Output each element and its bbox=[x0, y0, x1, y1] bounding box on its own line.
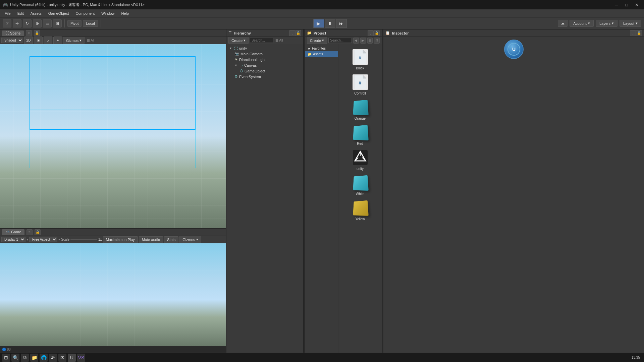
pause-button[interactable]: ⏸ bbox=[325, 19, 335, 28]
taskbar-search-button[interactable]: 🔍 bbox=[11, 354, 19, 362]
svg-marker-3 bbox=[363, 75, 366, 78]
aspect-select[interactable]: Free Aspect bbox=[29, 237, 57, 242]
light-icon: ☀ bbox=[234, 57, 238, 62]
mute-audio-button[interactable]: Mute audio bbox=[139, 236, 163, 243]
scene-fx-button[interactable]: ✦ bbox=[53, 37, 62, 45]
taskbar-store-button[interactable]: 🛍 bbox=[49, 354, 57, 362]
project-lock-button[interactable]: 🔒 bbox=[374, 30, 380, 36]
step-button[interactable]: ⏭ bbox=[336, 19, 347, 28]
scene-panel-lock-button[interactable]: 🔒 bbox=[34, 30, 40, 36]
inspector-header: 📋 Inspector ⋮ 🔒 bbox=[383, 29, 644, 37]
scene-background bbox=[0, 44, 226, 228]
taskbar-taskview-button[interactable]: ⧉ bbox=[21, 354, 29, 362]
shaded-select[interactable]: Shaded bbox=[1, 38, 23, 43]
scale-slider[interactable] bbox=[70, 239, 97, 240]
canvas-icon: ▭ bbox=[239, 63, 243, 67]
project-nav-back-button[interactable]: ◀ bbox=[353, 38, 359, 44]
menu-window[interactable]: Window bbox=[98, 11, 118, 16]
hierarchy-panel: ☰ Hierarchy ⋮ 🔒 Create ▾ ☰ All ▼ bbox=[226, 29, 304, 353]
layers-arrow-icon: ▾ bbox=[612, 21, 614, 25]
project-assets-folder[interactable]: 📁 Assets bbox=[305, 51, 338, 57]
taskbar-vs-button[interactable]: VS bbox=[77, 354, 85, 362]
scene-light-button[interactable]: ☀ bbox=[34, 37, 43, 45]
taskbar-explorer-button[interactable]: 📁 bbox=[30, 354, 38, 362]
minimize-button[interactable]: ─ bbox=[612, 1, 621, 8]
local-button[interactable]: Local bbox=[83, 20, 98, 27]
rotate-tool-button[interactable]: ↻ bbox=[23, 19, 32, 27]
hierarchy-item-main-camera[interactable]: 📷 Main Camera bbox=[226, 51, 303, 57]
hierarchy-item-unity[interactable]: ▼ ⛶ unity bbox=[226, 46, 303, 51]
menu-edit[interactable]: Edit bbox=[14, 11, 27, 16]
game-panel-menu-button[interactable]: ≡ bbox=[26, 229, 33, 235]
hierarchy-item-main-camera-label: Main Camera bbox=[240, 52, 263, 56]
project-settings-button[interactable]: ⚙ bbox=[374, 38, 380, 44]
scene-panel-menu-button[interactable]: ≡ bbox=[26, 30, 32, 36]
project-nav-forward-button[interactable]: ▶ bbox=[360, 38, 366, 44]
layout-button[interactable]: Layout ▾ bbox=[620, 20, 641, 27]
taskbar-mail-button[interactable]: ✉ bbox=[58, 354, 66, 362]
asset-yellow[interactable]: Yellow bbox=[347, 198, 373, 222]
hierarchy-item-directional-light[interactable]: ☀ Directional Light bbox=[226, 57, 303, 62]
layers-button[interactable]: Layers ▾ bbox=[596, 20, 618, 27]
maximize-button[interactable]: □ bbox=[622, 1, 631, 8]
menu-file[interactable]: File bbox=[1, 11, 14, 16]
hierarchy-item-canvas[interactable]: ▼ ▭ Canvas bbox=[226, 62, 303, 68]
rect-tool-button[interactable]: ▭ bbox=[43, 19, 52, 27]
scene-audio-button[interactable]: ♪ bbox=[44, 37, 52, 45]
scale-tool-button[interactable]: ⊕ bbox=[33, 19, 42, 27]
project-assets-grid: # Block bbox=[338, 44, 382, 353]
asset-controll[interactable]: # Controll bbox=[347, 72, 373, 97]
close-button[interactable]: ✕ bbox=[632, 1, 641, 8]
stats-button[interactable]: Stats bbox=[164, 236, 178, 243]
hierarchy-lock-button[interactable]: 🔒 bbox=[295, 30, 301, 36]
svg-marker-1 bbox=[363, 50, 366, 53]
2d-button[interactable]: 2D bbox=[24, 37, 33, 45]
gizmos-button[interactable]: Gizmos ▾ bbox=[63, 37, 85, 44]
transform-tool-button[interactable]: ⊞ bbox=[53, 19, 62, 27]
hand-tool-button[interactable]: ☞ bbox=[3, 19, 11, 27]
asset-block[interactable]: # Block bbox=[347, 47, 373, 71]
asset-unity[interactable]: unity bbox=[347, 147, 373, 172]
unity-asset-label: unity bbox=[357, 167, 364, 171]
display-select[interactable]: Display 1 bbox=[1, 237, 25, 242]
inspector-menu-button[interactable]: ⋮ bbox=[630, 30, 636, 36]
hierarchy-item-eventsystem[interactable]: ⚙ EventSystem bbox=[226, 74, 303, 79]
menu-gameobject[interactable]: GameObject bbox=[45, 11, 72, 16]
scene-tab[interactable]: ⛶ Scene bbox=[2, 31, 24, 36]
hierarchy-search-input[interactable] bbox=[250, 38, 273, 43]
pivot-button[interactable]: Pivot bbox=[67, 20, 82, 27]
account-button[interactable]: Account ▾ bbox=[570, 20, 594, 27]
scene-viewport[interactable] bbox=[0, 44, 226, 228]
menu-help[interactable]: Help bbox=[118, 11, 132, 16]
project-menu-button[interactable]: ⋮ bbox=[368, 30, 374, 36]
move-tool-button[interactable]: ✛ bbox=[13, 19, 21, 27]
asset-red[interactable]: Red bbox=[347, 122, 373, 147]
maximize-on-play-button[interactable]: Maximize on Play bbox=[103, 236, 138, 243]
project-view-button[interactable]: ⊞ bbox=[367, 38, 373, 44]
main-area: ⛶ Scene ≡ 🔒 Shaded 2D ☀ ♪ ✦ Gizmos ▾ bbox=[0, 29, 644, 353]
taskbar-unity-button[interactable]: U bbox=[68, 354, 76, 362]
asset-white[interactable]: White bbox=[347, 173, 373, 197]
game-tab[interactable]: 🎮 Game bbox=[2, 229, 24, 235]
project-search-input[interactable] bbox=[328, 38, 352, 43]
game-viewport[interactable] bbox=[0, 243, 226, 346]
taskbar-start-button[interactable]: ⊞ bbox=[2, 354, 10, 362]
inspector-lock-button[interactable]: 🔒 bbox=[636, 30, 642, 36]
project-create-arrow-icon: ▾ bbox=[322, 38, 324, 43]
cloud-button[interactable]: ☁ bbox=[558, 20, 568, 27]
game-gizmos-button[interactable]: Gizmos ▾ bbox=[179, 236, 201, 243]
game-panel-lock-button[interactable]: 🔒 bbox=[35, 229, 41, 235]
project-favorites-folder[interactable]: ★ Favorites bbox=[305, 46, 338, 51]
menu-component[interactable]: Component bbox=[72, 11, 98, 16]
hierarchy-item-gameobject[interactable]: ⬡ GameObject bbox=[226, 68, 303, 74]
taskbar-chrome-button[interactable]: 🌐 bbox=[40, 354, 48, 362]
menu-assets[interactable]: Assets bbox=[27, 11, 45, 16]
taskbar-time: 13:35 bbox=[632, 356, 643, 359]
scene-panel: ⛶ Scene ≡ 🔒 Shaded 2D ☀ ♪ ✦ Gizmos ▾ bbox=[0, 29, 226, 229]
asset-orange[interactable]: Orange bbox=[347, 97, 373, 122]
play-button[interactable]: ▶ bbox=[313, 19, 324, 28]
hierarchy-create-button[interactable]: Create ▾ bbox=[228, 37, 249, 44]
game-tab-label: Game bbox=[11, 230, 21, 234]
project-create-button[interactable]: Create ▾ bbox=[307, 37, 327, 44]
hierarchy-menu-button[interactable]: ⋮ bbox=[289, 30, 295, 36]
